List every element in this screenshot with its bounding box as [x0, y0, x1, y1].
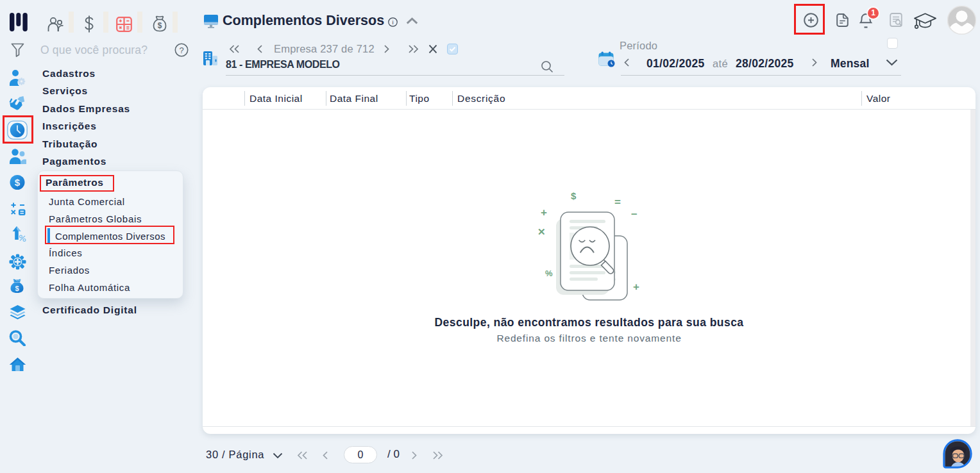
svg-text:$: $ [15, 285, 19, 292]
svg-text:i: i [392, 19, 393, 26]
svg-text:%: % [545, 269, 553, 278]
svg-text:$: $ [158, 21, 162, 30]
svg-text:$: $ [571, 190, 577, 201]
svg-text:=: = [614, 196, 621, 208]
svg-text:+: + [633, 281, 639, 293]
svg-text:✕: ✕ [537, 226, 546, 237]
svg-text:–: – [631, 208, 637, 220]
svg-text:?: ? [179, 46, 183, 55]
svg-text:+: + [541, 206, 547, 219]
svg-text:$: $ [15, 177, 21, 188]
